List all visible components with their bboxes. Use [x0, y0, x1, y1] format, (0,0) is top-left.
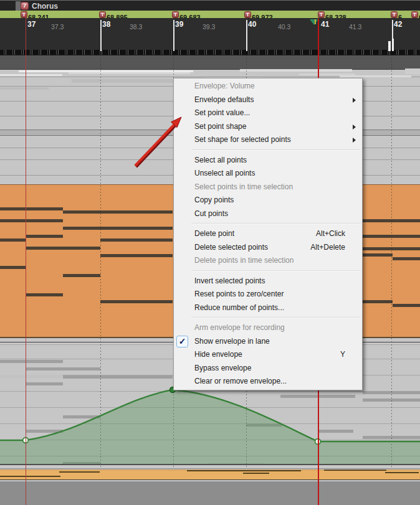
menu-item[interactable]: Cut points — [174, 207, 362, 221]
tempo-marker-label: 69.972 — [252, 14, 273, 19]
menu-item[interactable]: Unselect all points — [174, 167, 362, 181]
item-edge-marker — [388, 41, 391, 51]
menu-item[interactable]: Reduce number of points... — [174, 301, 362, 315]
tempo-marker-badge: T — [391, 11, 398, 18]
item-peaks-lane — [0, 470, 420, 480]
bar-line — [246, 20, 247, 51]
menu-item: Select points in time selection — [174, 181, 362, 194]
bar-number: 40 — [248, 20, 256, 29]
menu-item[interactable]: Set point shape — [174, 120, 362, 134]
tempo-marker-badge: T — [411, 11, 418, 18]
menu-item[interactable]: Copy points — [174, 194, 362, 207]
menu-item[interactable]: Reset points to zero/center — [174, 288, 362, 301]
menu-separator — [191, 149, 361, 151]
secondary-cursor-line — [26, 11, 26, 505]
tempo-marker[interactable]: T69.683 — [172, 11, 201, 18]
menu-separator — [191, 223, 361, 224]
menu-item-label: Copy points — [194, 196, 234, 204]
menu-item[interactable]: Delete pointAlt+Click — [174, 227, 362, 241]
tempo-marker[interactable]: T69.972 — [244, 11, 273, 18]
menu-item-label: Select points in time selection — [194, 182, 293, 191]
tempo-marker-label: 68.895 — [107, 14, 128, 19]
midi-note — [0, 238, 26, 242]
envelope-context-menu: Envelope: VolumeEnvelope defaultsSet poi… — [173, 78, 363, 390]
menu-item-label: Hide envelope — [194, 350, 242, 359]
reaper-arrange-view: 7 Chorus T68.241T68.895T69.683T69.972T68… — [0, 0, 420, 505]
submenu-arrow-icon — [353, 98, 356, 103]
menu-item[interactable]: Envelope defaults — [174, 93, 362, 107]
ghost-note — [319, 430, 353, 433]
midi-note — [393, 304, 420, 307]
midi-note — [26, 235, 63, 238]
tempo-marker[interactable]: T68.241 — [21, 11, 49, 18]
lane-divider — [0, 456, 420, 456]
tempo-marker-badge: T — [244, 11, 251, 18]
beat-number: 39.3 — [203, 23, 215, 31]
checkmark-icon: ✓ — [176, 336, 188, 347]
timeline-ruler[interactable]: 37383940414237.338.339.340.341.3 — [0, 19, 420, 55]
edit-cursor-marker-icon[interactable] — [310, 19, 318, 25]
menu-item[interactable]: Clear or remove envelope... — [174, 375, 362, 389]
bar-number: 37 — [27, 20, 36, 29]
menu-item: Delete points in time selection — [174, 254, 362, 268]
menu-item-label: Arm envelope for recording — [194, 323, 285, 332]
menu-item-label: Cut points — [194, 209, 228, 218]
midi-note — [63, 274, 100, 277]
tempo-marker-label: 69.683 — [179, 14, 201, 19]
menu-item-label: Set point shape — [194, 122, 246, 131]
ghost-note — [26, 430, 63, 433]
envelope-fill — [0, 390, 420, 464]
peak-mark — [59, 471, 100, 473]
ghost-note — [0, 375, 62, 378]
menu-item[interactable]: Delete selected pointsAlt+Delete — [174, 241, 362, 255]
midi-note — [26, 293, 63, 296]
tempo-marker[interactable]: T6... — [391, 11, 408, 18]
menu-item[interactable]: Invert selected points — [174, 275, 362, 288]
lane-divider — [0, 407, 420, 408]
lane-divider — [0, 440, 420, 440]
menu-item[interactable]: Select all points — [174, 154, 362, 168]
tempo-marker[interactable]: T68.895 — [99, 11, 128, 18]
item-bar — [0, 87, 49, 90]
bar-number: 38 — [102, 20, 110, 29]
menu-item[interactable]: Hide envelopeY — [174, 348, 362, 362]
bar-number: 42 — [394, 20, 402, 29]
item-bar — [0, 74, 62, 76]
peak-mark — [324, 470, 386, 471]
midi-note — [0, 207, 63, 210]
menu-item[interactable]: Set point value... — [174, 106, 362, 120]
collapsed-track-lane — [0, 55, 420, 70]
tempo-marker-badge: T — [21, 11, 27, 18]
track-title-bar[interactable]: 7 Chorus — [0, 0, 420, 11]
menu-item[interactable]: Show envelope in lane✓ — [174, 335, 362, 349]
beat-number: 40.3 — [278, 23, 290, 31]
tempo-marker-strip[interactable]: T68.241T68.895T69.683T69.972T68.328T6...… — [0, 11, 420, 19]
bar-line — [100, 20, 102, 51]
beat-number: 37.3 — [51, 23, 64, 31]
midi-note — [0, 219, 63, 222]
beat-number: 41.3 — [349, 23, 361, 31]
tempo-marker-label: 68.241 — [28, 14, 49, 19]
menu-item-shortcut: Y — [340, 348, 345, 362]
midi-note — [63, 210, 173, 214]
midi-note — [0, 266, 26, 269]
lane-divider — [0, 391, 420, 392]
tempo-marker[interactable]: T68.328 — [318, 11, 346, 18]
menu-item-label: Reduce number of points... — [194, 303, 284, 312]
menu-item: Arm envelope for recording — [174, 321, 362, 335]
menu-item-label: Bypass envelope — [194, 364, 251, 372]
midi-note — [393, 257, 420, 260]
ghost-note — [246, 423, 282, 427]
menu-item[interactable]: Set shape for selected points — [174, 133, 362, 147]
ghost-note — [26, 382, 63, 385]
tempo-marker-badge: T — [172, 11, 179, 18]
empty-track-area — [0, 481, 420, 505]
menu-item-shortcut: Alt+Click — [316, 227, 345, 241]
ghost-note — [26, 367, 100, 370]
menu-item[interactable]: Bypass envelope — [174, 362, 362, 375]
menu-item-shortcut: Alt+Delete — [310, 241, 345, 255]
submenu-arrow-icon — [353, 138, 356, 143]
track-name: Chorus — [32, 2, 58, 11]
ghost-note — [63, 375, 173, 379]
tempo-marker[interactable]: T6 — [411, 11, 420, 18]
